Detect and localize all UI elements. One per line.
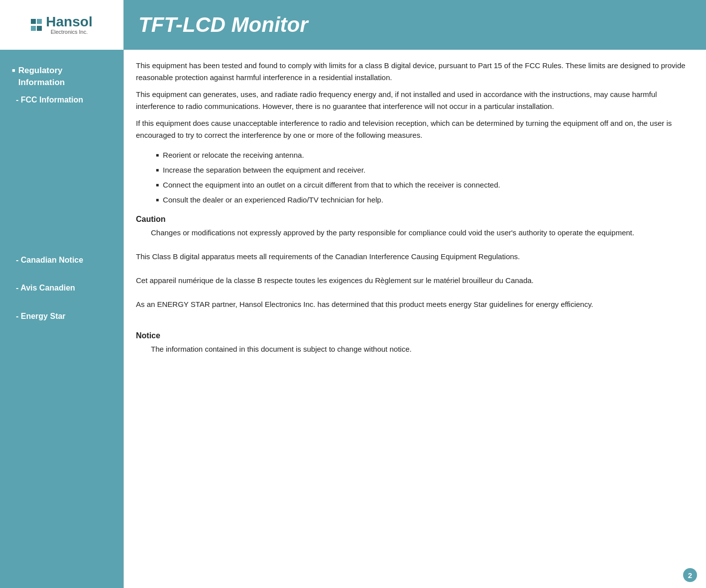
bullet-list: Reorient or relocate the receiving anten… xyxy=(136,149,691,206)
sidebar: RegulatoryInformation - FCC Information … xyxy=(0,50,123,588)
canadian-notice-text: This Class B digital apparatus meets all… xyxy=(136,251,691,263)
list-item: Connect the equipment into an outlet on … xyxy=(156,179,691,191)
list-item: Reorient or relocate the receiving anten… xyxy=(156,149,691,161)
page-wrapper: Hansol Electronics Inc. TFT-LCD Monitor … xyxy=(0,0,706,588)
sidebar-item-label-avis: - Avis Canadien xyxy=(16,284,75,292)
body-area: RegulatoryInformation - FCC Information … xyxy=(0,50,706,588)
sidebar-item-label-fcc: - FCC Information xyxy=(16,96,83,104)
page-number-area: 2 xyxy=(683,568,697,582)
para-3: If this equipment does cause unacceptabl… xyxy=(136,117,691,141)
header-title-area: TFT-LCD Monitor xyxy=(123,0,706,50)
sidebar-section-lower: - Canadian Notice - Avis Canadien - Ener… xyxy=(0,245,123,332)
caution-heading: Caution xyxy=(136,215,691,224)
page-number: 2 xyxy=(683,568,697,582)
sidebar-item-avis-canadien[interactable]: - Avis Canadien xyxy=(8,280,116,296)
caution-text: Changes or modifications not expressly a… xyxy=(136,227,691,239)
header: Hansol Electronics Inc. TFT-LCD Monitor xyxy=(0,0,706,50)
para-1: This equipment has been tested and found… xyxy=(136,60,691,84)
sidebar-item-label-regulatory: RegulatoryInformation xyxy=(18,65,65,89)
logo-name: Hansol xyxy=(46,15,92,29)
energy-star-text: As an ENERGY STAR partner, Hansol Electr… xyxy=(136,298,691,310)
sidebar-item-regulatory-information[interactable]: RegulatoryInformation xyxy=(8,62,116,92)
notice-heading: Notice xyxy=(136,331,691,340)
logo-subtitle: Electronics Inc. xyxy=(46,29,92,35)
main-content: This equipment has been tested and found… xyxy=(123,50,706,588)
notice-text: The information contained in this docume… xyxy=(136,343,691,355)
sidebar-item-canadian-notice[interactable]: - Canadian Notice xyxy=(8,252,116,269)
logo-area: Hansol Electronics Inc. xyxy=(0,0,123,50)
header-title: TFT-LCD Monitor xyxy=(138,13,308,37)
logo-icon xyxy=(31,19,42,31)
logo-text-group: Hansol Electronics Inc. xyxy=(46,15,92,35)
sidebar-section: RegulatoryInformation - FCC Information xyxy=(0,55,123,115)
logo-box: Hansol Electronics Inc. xyxy=(31,15,92,35)
sidebar-item-label-canadian: - Canadian Notice xyxy=(16,256,83,264)
avis-canadien-text: Cet appareil numérique de la classe B re… xyxy=(136,275,691,287)
sidebar-item-energy-star[interactable]: - Energy Star xyxy=(8,308,116,325)
para-2: This equipment can generates, uses, and … xyxy=(136,89,691,112)
list-item: Increase the separation between the equi… xyxy=(156,164,691,176)
sidebar-item-fcc-information[interactable]: - FCC Information xyxy=(8,92,116,108)
sidebar-item-label-energy: - Energy Star xyxy=(16,312,66,320)
list-item: Consult the dealer or an experienced Rad… xyxy=(156,194,691,206)
